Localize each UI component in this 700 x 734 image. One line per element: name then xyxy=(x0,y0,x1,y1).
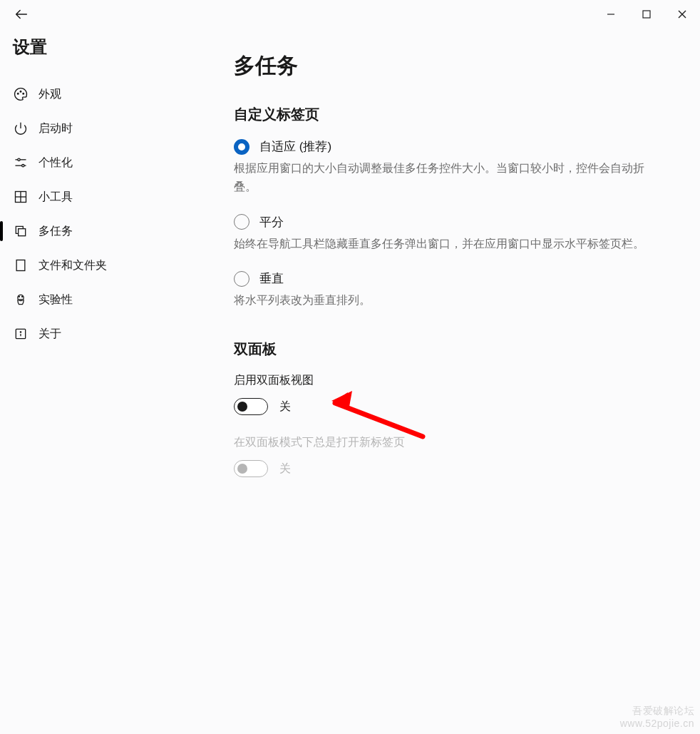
sidebar-item-label: 启动时 xyxy=(38,121,73,136)
sidebar-nav: 外观 启动时 个性化 小工具 xyxy=(0,77,234,351)
settings-main: 多任务 自定义标签页 自适应 (推荐) 根据应用窗口的大小自动调整最佳多任务控件… xyxy=(234,29,700,734)
svg-point-20 xyxy=(20,332,21,332)
svg-point-18 xyxy=(22,296,23,297)
watermark: 吾爱破解论坛 www.52pojie.cn xyxy=(620,704,694,730)
radio-label: 自适应 (推荐) xyxy=(259,138,331,155)
sidebar-item-widgets[interactable]: 小工具 xyxy=(0,180,234,214)
copy-icon xyxy=(13,223,29,239)
sidebar-item-appearance[interactable]: 外观 xyxy=(0,77,234,111)
toggle-label-always-newtab: 在双面板模式下总是打开新标签页 xyxy=(234,435,657,450)
toggle-state-text: 关 xyxy=(279,399,291,414)
info-icon xyxy=(13,326,29,342)
sidebar-item-label: 外观 xyxy=(38,87,61,102)
sidebar-item-experimental[interactable]: 实验性 xyxy=(0,282,234,317)
section-dualpanel-heading: 双面板 xyxy=(234,340,657,359)
sidebar-item-startup[interactable]: 启动时 xyxy=(0,111,234,146)
minimize-button[interactable] xyxy=(593,0,629,29)
window-titlebar xyxy=(0,0,700,29)
sidebar-item-personalization[interactable]: 个性化 xyxy=(0,146,234,180)
toggle-knob xyxy=(237,402,247,412)
radio-description: 将水平列表改为垂直排列。 xyxy=(234,291,657,310)
sidebar-item-about[interactable]: 关于 xyxy=(0,317,234,351)
folder-icon xyxy=(13,258,29,273)
radio-option-adaptive[interactable]: 自适应 (推荐) 根据应用窗口的大小自动调整最佳多任务控件大小。当窗口较小时，控… xyxy=(234,138,657,197)
arrow-left-icon xyxy=(14,6,29,22)
section-tabs-heading: 自定义标签页 xyxy=(234,105,657,124)
svg-point-17 xyxy=(19,296,19,297)
sidebar-item-label: 小工具 xyxy=(38,190,73,205)
minimize-icon xyxy=(607,10,615,19)
svg-point-6 xyxy=(23,93,24,94)
sidebar-item-multitask[interactable]: 多任务 xyxy=(0,214,234,248)
toggle-always-newtab xyxy=(234,460,268,477)
svg-point-8 xyxy=(18,158,20,160)
toggle-enable-dual[interactable] xyxy=(234,398,268,415)
sliders-icon xyxy=(13,155,29,170)
svg-rect-15 xyxy=(16,260,25,271)
power-icon xyxy=(13,121,29,136)
sidebar-item-label: 个性化 xyxy=(38,156,73,170)
radio-option-split[interactable]: 平分 始终在导航工具栏隐藏垂直多任务弹出窗口，并在应用窗口中显示水平标签页栏。 xyxy=(234,214,657,253)
svg-point-4 xyxy=(17,93,19,94)
watermark-line2: www.52pojie.cn xyxy=(620,717,694,730)
close-button[interactable] xyxy=(664,0,700,29)
settings-sidebar: 设置 外观 启动时 个性化 xyxy=(0,29,234,734)
back-button[interactable] xyxy=(13,6,30,23)
maximize-button[interactable] xyxy=(629,0,664,29)
radio-icon[interactable] xyxy=(234,271,249,287)
toggle-state-text: 关 xyxy=(279,462,291,476)
radio-label: 平分 xyxy=(259,214,284,230)
radio-icon[interactable] xyxy=(234,139,249,155)
svg-rect-14 xyxy=(19,229,26,236)
radio-icon[interactable] xyxy=(234,214,249,230)
page-title: 多任务 xyxy=(234,51,657,81)
grid-icon xyxy=(13,189,29,205)
sidebar-item-files[interactable]: 文件和文件夹 xyxy=(0,248,234,282)
svg-rect-1 xyxy=(643,11,650,18)
radio-description: 始终在导航工具栏隐藏垂直多任务弹出窗口，并在应用窗口中显示水平标签页栏。 xyxy=(234,235,657,253)
sidebar-title: 设置 xyxy=(0,36,234,66)
watermark-line1: 吾爱破解论坛 xyxy=(620,704,694,717)
svg-point-10 xyxy=(22,165,24,167)
radio-label: 垂直 xyxy=(259,270,284,287)
radio-description: 根据应用窗口的大小自动调整最佳多任务控件大小。当窗口较小时，控件会自动折叠。 xyxy=(234,159,657,197)
sidebar-item-label: 文件和文件夹 xyxy=(38,258,107,273)
svg-point-5 xyxy=(20,91,21,92)
maximize-icon xyxy=(642,10,651,19)
flask-icon xyxy=(13,292,29,307)
radio-option-vertical[interactable]: 垂直 将水平列表改为垂直排列。 xyxy=(234,270,657,310)
toggle-label-enable-dual: 启用双面板视图 xyxy=(234,373,657,388)
sidebar-item-label: 关于 xyxy=(38,327,61,342)
sidebar-item-label: 实验性 xyxy=(38,292,73,307)
toggle-knob xyxy=(237,464,247,474)
close-icon xyxy=(678,10,686,19)
palette-icon xyxy=(13,86,29,102)
sidebar-item-label: 多任务 xyxy=(38,224,73,239)
